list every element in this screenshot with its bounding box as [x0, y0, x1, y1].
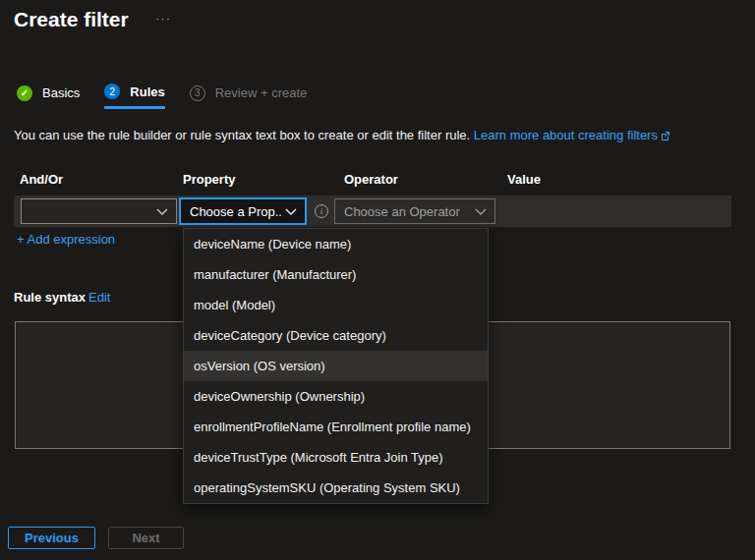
intro-text: You can use the rule builder or rule syn…: [14, 128, 743, 143]
chevron-down-icon: [281, 208, 305, 215]
property-menu-item[interactable]: osVersion (OS version): [184, 351, 488, 381]
rule-syntax-label: Rule syntax: [14, 290, 86, 305]
step-label: Review + create: [215, 85, 308, 100]
expression-row: Choose a Prop... i Choose an Operator: [14, 196, 731, 227]
previous-button[interactable]: Previous: [8, 527, 95, 549]
tab-rules[interactable]: 2 Rules: [104, 84, 164, 109]
property-menu-item[interactable]: model (Model): [184, 290, 488, 320]
property-menu-item[interactable]: deviceName (Device name): [184, 229, 488, 259]
wizard-steps: ✓ Basics 2 Rules 3 Review + create: [17, 84, 307, 109]
operator-dropdown-value: Choose an Operator: [335, 204, 471, 219]
property-menu-item[interactable]: deviceOwnership (Ownership): [184, 381, 488, 412]
step-label: Rules: [130, 84, 164, 99]
column-header-andor: And/Or: [20, 172, 63, 187]
next-button[interactable]: Next: [108, 527, 184, 549]
column-header-value: Value: [507, 172, 541, 187]
add-expression-link[interactable]: + Add expression: [17, 232, 115, 247]
property-menu-item[interactable]: deviceTrustType (Microsoft Entra Join Ty…: [184, 442, 488, 473]
property-menu-item[interactable]: enrollmentProfileName (Enrollment profil…: [184, 412, 488, 442]
intro-sentence: You can use the rule builder or rule syn…: [14, 128, 470, 142]
chevron-down-icon: [471, 208, 494, 215]
create-filter-dialog: Create filter ··· ✓ Basics 2 Rules 3 Rev…: [0, 0, 755, 560]
property-menu-item[interactable]: deviceCategory (Device category): [184, 320, 488, 351]
tab-basics[interactable]: ✓ Basics: [17, 84, 80, 109]
page-title: Create filter: [14, 8, 129, 31]
rule-syntax-edit-link[interactable]: Edit: [88, 290, 110, 305]
property-menu-item[interactable]: operatingSystemSKU (Operating System SKU…: [184, 473, 488, 503]
property-dropdown[interactable]: Choose a Prop...: [179, 197, 307, 225]
external-link-icon: [661, 129, 670, 143]
operator-dropdown[interactable]: Choose an Operator: [334, 198, 495, 224]
learn-more-link[interactable]: Learn more about creating filters: [474, 128, 658, 142]
property-dropdown-value: Choose a Prop...: [181, 204, 281, 219]
rule-builder-headers: And/Or Property Operator Value: [0, 172, 755, 188]
tab-review-create[interactable]: 3 Review + create: [190, 84, 308, 109]
footer: Previous Next: [0, 527, 755, 550]
step-label: Basics: [42, 85, 80, 100]
step-number-badge: 3: [190, 85, 205, 101]
property-menu-item[interactable]: manufacturer (Manufacturer): [184, 259, 488, 290]
chevron-down-icon: [152, 208, 176, 215]
step-number-badge: 2: [104, 84, 120, 99]
column-header-property: Property: [183, 172, 235, 187]
info-icon[interactable]: i: [315, 204, 328, 218]
step-complete-check-icon: ✓: [17, 85, 32, 101]
property-menu: deviceName (Device name)manufacturer (Ma…: [183, 228, 489, 504]
overflow-menu-icon[interactable]: ···: [155, 11, 171, 26]
andor-dropdown[interactable]: [21, 198, 177, 224]
column-header-operator: Operator: [344, 172, 398, 187]
